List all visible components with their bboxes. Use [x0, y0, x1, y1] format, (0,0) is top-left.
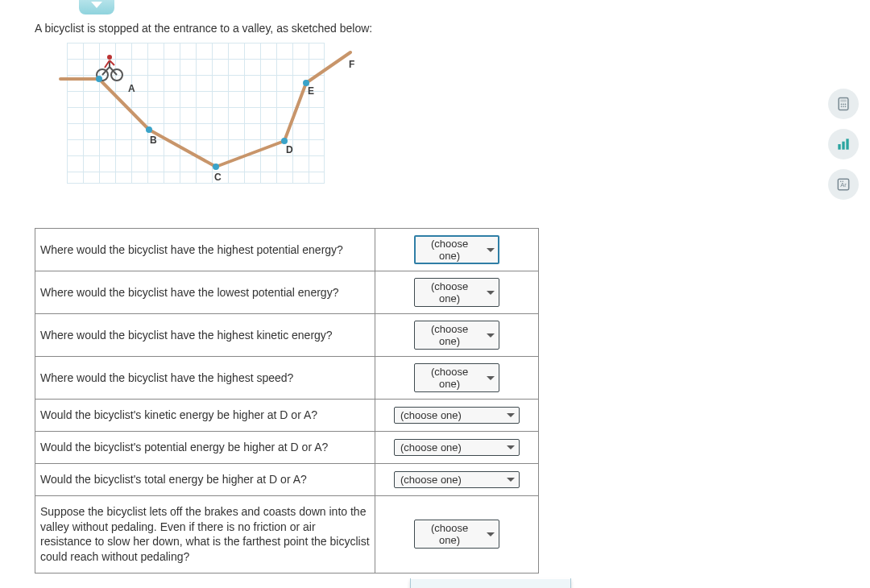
- prompt-text: A bicyclist is stopped at the entrance t…: [35, 22, 835, 35]
- answer-cell: (choose one): [375, 463, 539, 495]
- svg-rect-12: [842, 142, 844, 150]
- select-label: (choose one): [420, 366, 478, 390]
- answer-select[interactable]: (choose one): [394, 407, 520, 424]
- question-text: Where would the bicyclist have the highe…: [35, 229, 375, 271]
- point-C-dot: [213, 164, 219, 170]
- answer-select[interactable]: (choose one): [414, 321, 499, 350]
- answer-cell: (choose one): [375, 271, 539, 314]
- select-label: (choose one): [400, 441, 462, 453]
- question-text: Would the bicyclist's total energy be hi…: [35, 463, 375, 495]
- label-A: A: [128, 83, 135, 94]
- chevron-down-icon: [487, 248, 495, 252]
- select-label: (choose one): [420, 323, 478, 347]
- answer-cell: (choose one): [375, 431, 539, 463]
- select-label: (choose one): [400, 409, 462, 421]
- point-B-dot: [146, 126, 152, 133]
- side-tools: Ar: [828, 89, 859, 200]
- select-label: (choose one): [420, 522, 478, 546]
- ar-button[interactable]: Ar: [828, 169, 859, 200]
- ar-icon: Ar: [835, 176, 851, 193]
- question-text: Would the bicyclist's potential energy b…: [35, 431, 375, 463]
- collapse-toggle[interactable]: [79, 0, 114, 14]
- chevron-down-icon: [487, 376, 495, 380]
- svg-point-2: [107, 55, 112, 60]
- calculator-button[interactable]: [828, 89, 859, 119]
- question-text: Where would the bicyclist have the highe…: [35, 314, 375, 357]
- calculator-icon: [835, 96, 851, 112]
- point-D-dot: [281, 138, 288, 144]
- svg-point-7: [845, 104, 847, 106]
- question-text: Where would the bicyclist have the lowes…: [35, 271, 375, 314]
- point-A-dot: [96, 76, 102, 82]
- chevron-down-icon: [507, 445, 515, 449]
- svg-point-9: [843, 106, 844, 108]
- control-bar: ✕ ↺ ?: [410, 578, 571, 588]
- label-C: C: [214, 172, 222, 183]
- svg-point-16: [840, 181, 842, 183]
- chevron-down-icon: [487, 532, 495, 536]
- svg-point-5: [841, 104, 843, 106]
- answer-select[interactable]: (choose one): [414, 363, 499, 392]
- svg-rect-4: [840, 100, 847, 102]
- answer-cell: (choose one): [375, 229, 539, 271]
- answer-cell: (choose one): [375, 495, 539, 574]
- chevron-down-icon: [507, 478, 515, 482]
- question-row: Suppose the bicyclist lets off the brake…: [35, 495, 539, 574]
- svg-rect-11: [838, 144, 840, 150]
- question-text: Where would the bicyclist have the highe…: [35, 357, 375, 400]
- label-B: B: [150, 135, 157, 146]
- select-label: (choose one): [400, 474, 462, 486]
- label-F: F: [349, 59, 354, 70]
- chart-button[interactable]: [828, 129, 859, 159]
- question-row: Where would the bicyclist have the highe…: [35, 314, 539, 357]
- valley-diagram: A B C D E F: [67, 43, 835, 184]
- answer-cell: (choose one): [375, 357, 539, 400]
- answer-select[interactable]: (choose one): [394, 439, 520, 456]
- chevron-down-icon: [91, 2, 102, 8]
- chevron-down-icon: [487, 291, 495, 295]
- answer-cell: (choose one): [375, 400, 539, 432]
- answer-select[interactable]: (choose one): [394, 471, 520, 488]
- svg-point-6: [843, 104, 844, 106]
- select-label: (choose one): [420, 280, 478, 304]
- answer-select[interactable]: (choose one): [414, 278, 499, 307]
- answer-cell: (choose one): [375, 314, 539, 357]
- question-row: Would the bicyclist's kinetic energy be …: [35, 400, 539, 432]
- chevron-down-icon: [507, 413, 515, 417]
- question-row: Where would the bicyclist have the highe…: [35, 357, 539, 400]
- chevron-down-icon: [487, 333, 495, 337]
- question-row: Where would the bicyclist have the highe…: [35, 229, 539, 271]
- label-E: E: [308, 85, 314, 97]
- question-row: Would the bicyclist's potential energy b…: [35, 431, 539, 463]
- answer-select[interactable]: (choose one): [414, 235, 499, 264]
- select-label: (choose one): [420, 238, 478, 262]
- answer-select[interactable]: (choose one): [414, 520, 499, 549]
- question-text: Suppose the bicyclist lets off the brake…: [35, 495, 375, 574]
- svg-text:Ar: Ar: [840, 181, 847, 188]
- svg-point-8: [841, 106, 843, 108]
- label-D: D: [286, 144, 293, 155]
- question-text: Would the bicyclist's kinetic energy be …: [35, 400, 375, 432]
- question-table: Where would the bicyclist have the highe…: [35, 228, 539, 574]
- question-row: Would the bicyclist's total energy be hi…: [35, 463, 539, 495]
- valley-path: [67, 43, 325, 184]
- svg-rect-13: [846, 139, 848, 149]
- svg-point-17: [842, 181, 843, 183]
- question-row: Where would the bicyclist have the lowes…: [35, 271, 539, 314]
- svg-point-10: [845, 106, 847, 108]
- bar-chart-icon: [835, 136, 851, 152]
